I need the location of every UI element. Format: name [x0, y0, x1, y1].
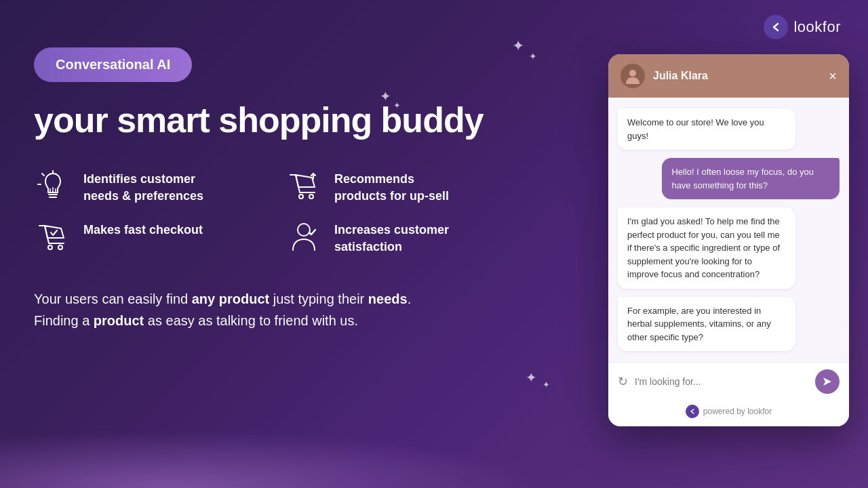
feature-satisfaction-text: Increases customersatisfaction — [334, 219, 449, 256]
chat-messages: Welcome to our store! We love you guys! … — [608, 98, 849, 362]
chat-input-field[interactable] — [635, 376, 808, 387]
left-content: Conversational AI your smart shopping bu… — [34, 47, 563, 331]
chat-widget: Julia Klara × Welcome to our store! We l… — [608, 54, 849, 426]
feature-recommend-text: Recommendsproducts for up-sell — [334, 168, 449, 205]
bottom-text-1: Your users can easily find — [34, 291, 192, 306]
chat-footer: powered by lookfor — [608, 399, 849, 426]
svg-line-1 — [42, 174, 44, 176]
agent-avatar — [620, 64, 645, 88]
features-grid: Identifies customerneeds & preferences R… — [34, 168, 509, 256]
bottom-text-2: just typing their — [269, 291, 368, 306]
conversational-ai-badge: Conversational AI — [34, 47, 192, 82]
bottom-bold-2: needs — [368, 291, 408, 306]
lightbulb-icon — [34, 168, 71, 203]
bottom-line2-1: Finding a — [34, 313, 94, 328]
message-3: I'm glad you asked! To help me find the … — [618, 207, 795, 289]
logo-icon — [764, 15, 788, 39]
cart-fast-icon — [34, 219, 71, 254]
message-4: For example, are you interested in herba… — [618, 297, 795, 352]
feature-satisfaction: Increases customersatisfaction — [285, 219, 509, 256]
svg-point-13 — [298, 224, 310, 236]
feature-identify: Identifies customerneeds & preferences — [34, 168, 258, 205]
bottom-bold-3: product — [94, 313, 144, 328]
sparkle-icon: ✦ — [526, 369, 537, 386]
logo-area: lookfor — [764, 15, 841, 39]
bottom-line2-2: as easy as talking to friend with us. — [144, 313, 358, 328]
svg-point-9 — [309, 195, 313, 199]
feature-checkout-text: Makes fast checkout — [83, 219, 203, 239]
svg-point-14 — [629, 70, 636, 77]
refresh-icon[interactable]: ↻ — [618, 374, 628, 389]
feature-checkout: Makes fast checkout — [34, 219, 258, 256]
person-check-icon — [285, 219, 322, 254]
message-2: Hello! I often loose my focus, do you ha… — [662, 158, 840, 199]
powered-logo-icon — [686, 405, 699, 418]
svg-point-12 — [58, 245, 62, 249]
bottom-bold-1: any product — [192, 291, 269, 306]
page-headline: your smart shopping buddy — [34, 101, 563, 140]
bottom-text-3: . — [408, 291, 412, 306]
powered-by-text: powered by lookfor — [703, 407, 772, 416]
chat-close-button[interactable]: × — [829, 69, 837, 83]
feature-identify-text: Identifies customerneeds & preferences — [83, 168, 203, 205]
agent-name: Julia Klara — [653, 70, 821, 82]
chat-header: Julia Klara × — [608, 54, 849, 98]
svg-point-8 — [299, 195, 303, 199]
sparkle-icon: ✦ — [542, 380, 550, 390]
send-button[interactable] — [815, 369, 840, 394]
message-1: Welcome to our store! We love you guys! — [618, 108, 795, 150]
bottom-description: Your users can easily find any product j… — [34, 288, 563, 331]
feature-recommend: Recommendsproducts for up-sell — [285, 168, 509, 205]
cart-upsell-icon — [285, 168, 322, 203]
logo-text: lookfor — [793, 18, 841, 36]
chat-input-area: ↻ — [608, 362, 849, 399]
svg-point-11 — [48, 245, 52, 249]
